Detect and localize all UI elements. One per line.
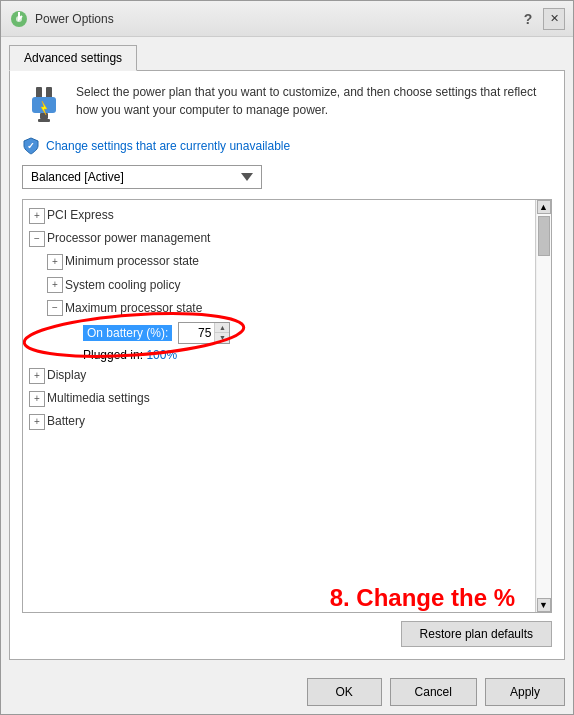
display-label: Display (47, 366, 86, 385)
svg-text:✓: ✓ (27, 141, 35, 151)
plugged-in-row: Plugged in: 100% (81, 346, 531, 364)
scrollbar[interactable]: ▲ ▼ (535, 200, 551, 612)
title-bar-left: Power Options (9, 9, 114, 29)
expand-processor-power[interactable]: − (29, 231, 45, 247)
system-cooling-label: System cooling policy (65, 276, 180, 295)
advanced-settings-panel: Select the power plan that you want to c… (9, 70, 565, 660)
on-battery-row: On battery (%): ▲ ▼ (81, 320, 531, 346)
max-processor-label: Maximum processor state (65, 299, 202, 318)
spinner-up[interactable]: ▲ (215, 323, 229, 333)
settings-list: + PCI Express − Processor power manageme… (23, 200, 535, 612)
expand-display[interactable]: + (29, 368, 45, 384)
tree-item-pci-express[interactable]: + PCI Express (27, 204, 531, 227)
tab-advanced-settings[interactable]: Advanced settings (9, 45, 137, 71)
tree-item-multimedia[interactable]: + Multimedia settings (27, 387, 531, 410)
expand-battery[interactable]: + (29, 414, 45, 430)
svg-rect-6 (38, 119, 50, 122)
battery-label: Battery (47, 412, 85, 431)
on-battery-spinner[interactable]: ▲ ▼ (178, 322, 230, 344)
expand-multimedia[interactable]: + (29, 391, 45, 407)
expand-pci-express[interactable]: + (29, 208, 45, 224)
processor-power-label: Processor power management (47, 229, 210, 248)
tree-item-max-processor[interactable]: − Maximum processor state (45, 297, 531, 320)
svg-point-1 (16, 16, 22, 22)
scroll-down[interactable]: ▼ (537, 598, 551, 612)
bottom-buttons: OK Cancel Apply (1, 668, 573, 714)
title-bar: Power Options ? ✕ (1, 1, 573, 37)
title-bar-controls: ? ✕ (517, 8, 565, 30)
settings-container: + PCI Express − Processor power manageme… (22, 199, 552, 613)
info-section: Select the power plan that you want to c… (22, 83, 552, 127)
expand-min-processor[interactable]: + (47, 254, 63, 270)
help-button[interactable]: ? (517, 8, 539, 30)
plugged-in-value[interactable]: 100% (146, 348, 177, 362)
pci-express-label: PCI Express (47, 206, 114, 225)
tree-item-system-cooling[interactable]: + System cooling policy (45, 274, 531, 297)
svg-rect-5 (40, 113, 48, 119)
close-button[interactable]: ✕ (543, 8, 565, 30)
tab-bar: Advanced settings (9, 45, 565, 71)
scroll-thumb[interactable] (538, 216, 550, 256)
multimedia-label: Multimedia settings (47, 389, 150, 408)
restore-plan-defaults-button[interactable]: Restore plan defaults (401, 621, 552, 647)
spinner-down[interactable]: ▼ (215, 333, 229, 343)
tree-item-display[interactable]: + Display (27, 364, 531, 387)
tree-item-processor-power[interactable]: − Processor power management (27, 227, 531, 250)
power-options-dialog: Power Options ? ✕ Advanced settings (0, 0, 574, 715)
on-battery-input[interactable] (179, 325, 214, 341)
dropdown-row: Balanced [Active] High performance Power… (22, 165, 552, 189)
dialog-content: Advanced settings Select the power plan … (1, 37, 573, 668)
min-processor-label: Minimum processor state (65, 252, 199, 271)
tree-item-battery[interactable]: + Battery (27, 410, 531, 433)
power-plan-dropdown[interactable]: Balanced [Active] High performance Power… (22, 165, 262, 189)
cancel-button[interactable]: Cancel (390, 678, 477, 706)
spinner-buttons: ▲ ▼ (214, 323, 229, 343)
expand-system-cooling[interactable]: + (47, 277, 63, 293)
on-battery-label: On battery (%): (83, 325, 172, 341)
expand-max-processor[interactable]: − (47, 300, 63, 316)
scroll-track (537, 214, 551, 598)
restore-row: Restore plan defaults (22, 621, 552, 647)
ok-button[interactable]: OK (307, 678, 382, 706)
scroll-up[interactable]: ▲ (537, 200, 551, 214)
power-plug-icon (22, 83, 66, 127)
window-title: Power Options (35, 12, 114, 26)
change-settings-link[interactable]: Change settings that are currently unava… (46, 139, 290, 153)
handwritten-annotation: 8. Change the % (330, 584, 515, 612)
plugged-in-label: Plugged in: (83, 348, 146, 362)
shield-icon: ✓ (22, 137, 40, 155)
apply-button[interactable]: Apply (485, 678, 565, 706)
info-text: Select the power plan that you want to c… (76, 83, 552, 119)
link-row: ✓ Change settings that are currently una… (22, 137, 552, 155)
tree-item-min-processor[interactable]: + Minimum processor state (45, 250, 531, 273)
power-icon (9, 9, 29, 29)
